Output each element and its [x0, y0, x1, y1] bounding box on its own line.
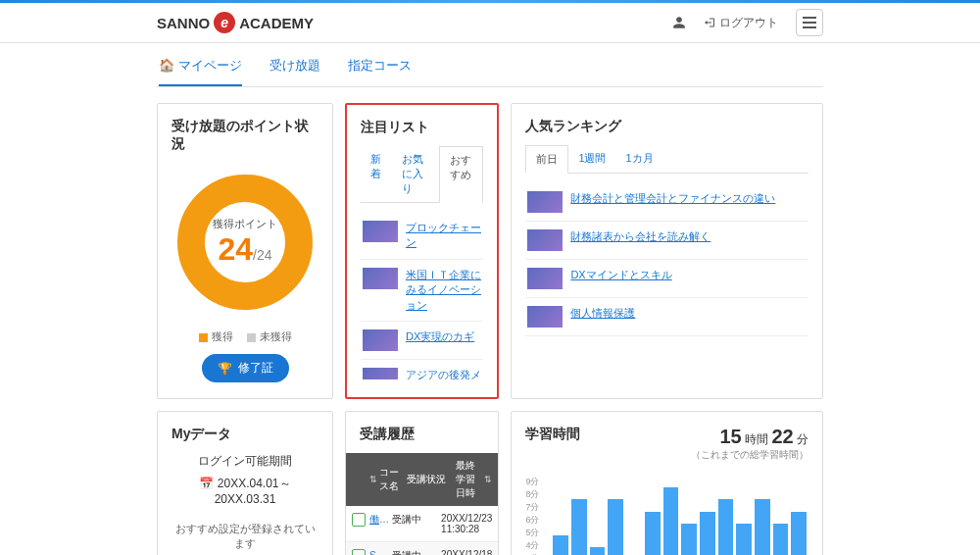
list-item: プロックチェーン — [361, 213, 483, 260]
mydata-note: おすすめ設定が登録されています — [172, 522, 318, 551]
thumb-icon — [527, 268, 563, 289]
history-header: ⇅コース名 受講状況 最終学習日時 ⇅ — [346, 453, 498, 506]
legend-got: 獲得 — [199, 329, 233, 344]
points-value: 24 — [218, 231, 253, 268]
list-item: 個人情報保護 — [525, 298, 808, 336]
logout-button[interactable]: ログアウト — [704, 15, 778, 31]
calendar-icon — [352, 513, 366, 527]
chart-bar — [590, 547, 606, 555]
chart-bar — [718, 499, 734, 555]
course-link[interactable]: SANNOフ… — [369, 549, 392, 555]
list-item: 財務会計と管理会計とファイナンスの違い — [525, 183, 808, 222]
featured-link[interactable]: アジアの後発メーカーの成長プロセスとメリット — [406, 368, 481, 379]
thumb-icon — [527, 306, 563, 328]
list-item: 米国ＩＴ企業にみるイノベーション — [361, 260, 483, 322]
main-nav: 🏠 マイページ 受け放題 指定コース — [157, 43, 823, 87]
featured-link[interactable]: プロックチェーン — [406, 221, 481, 251]
hamburger-menu-icon[interactable] — [796, 9, 823, 36]
chart-bar — [791, 512, 807, 555]
date-cell: 20XX/12/18 11:20:29 — [441, 549, 492, 555]
chart-bar — [700, 512, 715, 555]
thumb-icon — [363, 329, 398, 351]
logo-e-icon: e — [214, 12, 235, 33]
thumb-icon — [363, 268, 398, 289]
list-item: アジアの後発メーカーの成長プロセスとメリット — [361, 360, 483, 379]
brand-post: ACADEMY — [239, 15, 314, 31]
list-item: 財務諸表から会社を読み解く — [525, 222, 808, 260]
thumb-icon — [363, 221, 398, 242]
ranking-title: 人気ランキング — [525, 118, 808, 135]
points-donut: 獲得ポイント 24 /24 — [172, 169, 318, 316]
course-link[interactable]: 働きやすい… — [369, 513, 392, 534]
nav-unlimited[interactable]: 受け放題 — [270, 57, 320, 86]
points-label: 獲得ポイント — [213, 217, 277, 231]
tab-prevday[interactable]: 前日 — [525, 145, 568, 174]
ranking-card: 人気ランキング 前日 1週間 1カ月 財務会計と管理会計とファイナンスの違い 財… — [511, 103, 823, 399]
ranking-tabs: 前日 1週間 1カ月 — [525, 145, 808, 174]
table-row: SANNOフ…受講中20XX/12/18 11:20:29 — [346, 542, 498, 555]
history-table: ⇅コース名 受講状況 最終学習日時 ⇅ 働きやすい…受講中20XX/12/23 … — [346, 453, 498, 555]
chart-bar — [736, 524, 752, 555]
login-period-label: ログイン可能期間 — [172, 453, 318, 470]
featured-link[interactable]: DX実現のカギ — [406, 329, 474, 344]
tab-recommend[interactable]: おすすめ — [439, 146, 483, 203]
featured-title: 注目リスト — [361, 119, 483, 136]
header: SANNO e ACADEMY ログアウト — [0, 3, 980, 43]
thumb-icon — [527, 191, 563, 213]
chart-bar — [663, 487, 679, 555]
study-time-value: 15 時間 22 分 — [691, 426, 808, 448]
ranking-link[interactable]: 個人情報保護 — [570, 306, 635, 321]
nav-mypage[interactable]: 🏠 マイページ — [159, 57, 242, 86]
history-card: 受講履歴 ⇅コース名 受講状況 最終学習日時 ⇅ 働きやすい…受講中20XX/1… — [345, 411, 499, 555]
ranking-link[interactable]: 財務諸表から会社を読み解く — [570, 229, 710, 244]
mydata-card: Myデータ ログイン可能期間 📅 20XX.04.01～20XX.03.31 お… — [157, 411, 333, 555]
chart-bar — [755, 499, 770, 555]
ranking-link[interactable]: DXマインドとスキル — [570, 268, 671, 282]
chart-bar — [645, 512, 661, 555]
chart-bar — [608, 499, 623, 555]
thumb-icon — [527, 229, 563, 251]
thumb-icon — [363, 368, 398, 379]
logout-label: ログアウト — [719, 15, 778, 31]
chart-bar — [773, 524, 789, 555]
calendar-icon — [352, 549, 366, 555]
chart-bar — [571, 499, 587, 555]
study-title: 学習時間 — [525, 426, 580, 443]
points-legend: 獲得 未獲得 — [199, 329, 292, 344]
ranking-link[interactable]: 財務会計と管理会計とファイナンスの違い — [570, 191, 775, 206]
col-status[interactable]: 受講状況 — [407, 459, 456, 500]
points-title: 受け放題のポイント状況 — [172, 118, 318, 153]
mydata-title: Myデータ — [172, 426, 318, 443]
list-item: DXマインドとスキル — [525, 260, 808, 298]
logo: SANNO e ACADEMY — [157, 12, 314, 33]
study-chart: 9分8分7分6分5分4分3分2分1分 11/2411/2611/2811/301… — [525, 476, 808, 555]
list-item: DX実現のカギ — [361, 322, 483, 360]
tab-fav[interactable]: お気に入り — [392, 146, 440, 202]
nav-designated[interactable]: 指定コース — [348, 57, 412, 86]
chart-bar — [553, 535, 568, 555]
featured-list[interactable]: プロックチェーン 米国ＩＴ企業にみるイノベーション DX実現のカギ アジアの後発… — [361, 213, 483, 379]
status-cell: 受講中 — [392, 549, 441, 555]
brand-pre: SANNO — [157, 15, 210, 31]
featured-card: 注目リスト 新着 お気に入り おすすめ プロックチェーン 米国ＩＴ企業にみるイノ… — [345, 103, 499, 399]
status-cell: 受講中 — [392, 513, 441, 534]
study-sub: （これまでの総学習時間） — [691, 448, 808, 462]
study-card: 学習時間 15 時間 22 分 （これまでの総学習時間） 9分8分7分6分5分4… — [511, 411, 823, 555]
certificate-button[interactable]: 🏆 修了証 — [202, 354, 289, 382]
col-name[interactable]: ⇅コース名 — [369, 459, 407, 500]
tab-month[interactable]: 1カ月 — [616, 145, 663, 173]
featured-tabs: 新着 お気に入り おすすめ — [361, 146, 483, 203]
date-cell: 20XX/12/23 11:30:28 — [441, 513, 492, 534]
history-title: 受講履歴 — [346, 426, 498, 443]
col-date[interactable]: 最終学習日時 ⇅ — [456, 459, 493, 500]
tab-week[interactable]: 1週間 — [568, 145, 615, 173]
tab-new[interactable]: 新着 — [361, 146, 392, 202]
table-row: 働きやすい…受講中20XX/12/23 11:30:28 — [346, 506, 498, 542]
featured-link[interactable]: 米国ＩＴ企業にみるイノベーション — [406, 268, 481, 313]
login-period: 📅 20XX.04.01～20XX.03.31 — [172, 476, 318, 506]
user-icon[interactable] — [672, 16, 686, 29]
points-card: 受け放題のポイント状況 獲得ポイント 24 /24 獲得 未獲得 — [157, 103, 333, 399]
points-total: /24 — [253, 247, 271, 263]
ranking-list[interactable]: 財務会計と管理会計とファイナンスの違い 財務諸表から会社を読み解く DXマインド… — [525, 183, 808, 336]
chart-bar — [681, 524, 697, 555]
